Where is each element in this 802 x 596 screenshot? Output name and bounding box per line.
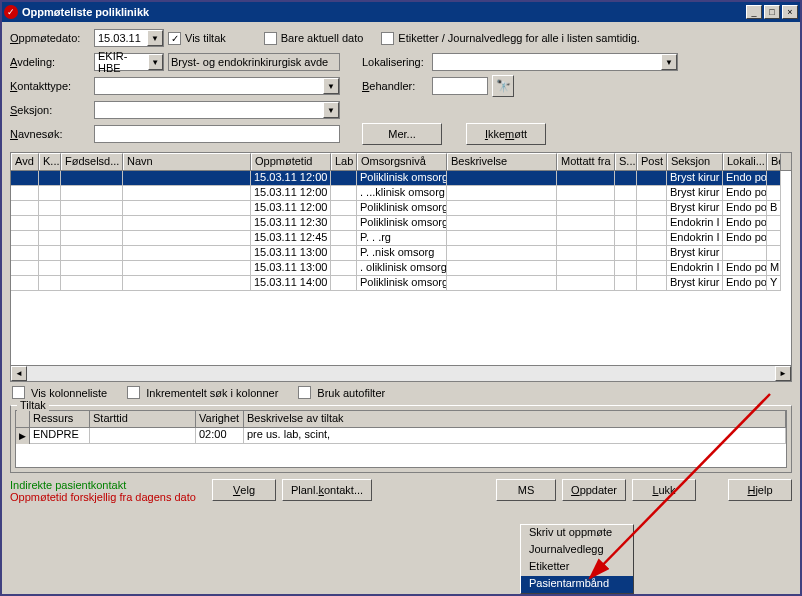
minimize-button[interactable]: _: [746, 5, 762, 19]
col-seksjon[interactable]: Seksjon: [667, 153, 723, 170]
table-row[interactable]: 15.03.11 12:00Poliklinisk omsorgBryst ki…: [11, 201, 791, 216]
mer-button[interactable]: Mer...: [362, 123, 442, 145]
oppmotedato-combo[interactable]: 15.03.11 ▼: [94, 29, 164, 47]
col-s[interactable]: S...: [615, 153, 637, 170]
appointments-grid[interactable]: Avd K... Fødselsd... Navn Oppmøtetid Lab…: [10, 152, 792, 382]
table-row[interactable]: 15.03.11 13:00P. .nisk omsorgBryst kirur: [11, 246, 791, 261]
oppdater-button[interactable]: Oppdater: [562, 479, 626, 501]
navnesok-input[interactable]: [94, 125, 340, 143]
scroll-right-icon[interactable]: ►: [775, 366, 791, 381]
table-row[interactable]: 15.03.11 13:00. oliklinisk omsorgEndokri…: [11, 261, 791, 276]
cell: 15.03.11 12:45: [251, 231, 331, 246]
lokalisering-combo[interactable]: ▼: [432, 53, 678, 71]
cell: [637, 276, 667, 291]
col-oppmotetid[interactable]: Oppmøtetid: [251, 153, 331, 170]
col-omsorgsniva[interactable]: Omsorgsnivå: [357, 153, 447, 170]
velg-button[interactable]: Velg: [212, 479, 276, 501]
chevron-down-icon[interactable]: ▼: [148, 54, 163, 70]
col-lokali[interactable]: Lokali...: [723, 153, 767, 170]
cell: [637, 201, 667, 216]
chevron-down-icon[interactable]: ▼: [147, 30, 163, 46]
cell: Endo pol: [723, 231, 767, 246]
avdeling-combo[interactable]: EKIR-HBE ▼: [94, 53, 164, 71]
col-post[interactable]: Post: [637, 153, 667, 170]
table-row[interactable]: 15.03.11 12:00. ...klinisk omsorgBryst k…: [11, 186, 791, 201]
col-beskrivelse[interactable]: Beskrivelse: [447, 153, 557, 170]
menu-item[interactable]: Journalvedlegg: [521, 542, 633, 559]
vis-kolonneliste-checkbox[interactable]: [12, 386, 25, 399]
tiltak-grid[interactable]: Ressurs Starttid Varighet Beskrivelse av…: [15, 410, 787, 468]
inkrementelt-checkbox[interactable]: [127, 386, 140, 399]
cell: Endo pol: [723, 276, 767, 291]
cell: [39, 216, 61, 231]
behandler-input[interactable]: [432, 77, 488, 95]
ikke-mott-button[interactable]: Ikke møtt: [466, 123, 546, 145]
horizontal-scrollbar[interactable]: ◄ ►: [11, 365, 791, 381]
cell: [331, 261, 357, 276]
col-avd[interactable]: Avd: [11, 153, 39, 170]
chevron-down-icon[interactable]: ▼: [323, 102, 339, 118]
vis-tiltak-checkbox[interactable]: ✓: [168, 32, 181, 45]
cell: Bryst kirur: [667, 201, 723, 216]
cell: . oliklinisk omsorg: [357, 261, 447, 276]
cell: [123, 171, 251, 186]
bare-aktuell-checkbox[interactable]: [264, 32, 277, 45]
tiltak-col-ressurs[interactable]: Ressurs: [30, 411, 90, 427]
tiltak-marker-col: [16, 411, 30, 427]
tiltak-row[interactable]: ▶ ENDPRE 02:00 pre us. lab, scint,: [16, 428, 786, 444]
autofilter-checkbox[interactable]: [298, 386, 311, 399]
cell: [39, 276, 61, 291]
col-lab[interactable]: Lab: [331, 153, 357, 170]
maximize-button[interactable]: □: [764, 5, 780, 19]
tiltak-ressurs: ENDPRE: [30, 428, 90, 444]
forskjellig-text: Oppmøtetid forskjellig fra dagens dato: [10, 491, 196, 503]
kontakttype-combo[interactable]: ▼: [94, 77, 340, 95]
grid-header: Avd K... Fødselsd... Navn Oppmøtetid Lab…: [11, 153, 791, 171]
grid-body[interactable]: 15.03.11 12:00Poliklinisk omsorgBryst ki…: [11, 171, 791, 365]
planl-kontakt-button[interactable]: Planl.kontakt...: [282, 479, 372, 501]
cell: [123, 246, 251, 261]
close-button[interactable]: ×: [782, 5, 798, 19]
table-row[interactable]: 15.03.11 12:45P. . .rgEndokrin IEndo pol: [11, 231, 791, 246]
cell: [615, 231, 637, 246]
hjelp-button[interactable]: Hjelp: [728, 479, 792, 501]
tiltak-col-beskrivelse[interactable]: Beskrivelse av tiltak: [244, 411, 786, 427]
cell: [557, 201, 615, 216]
cell: Bryst kirur: [667, 186, 723, 201]
col-k[interactable]: K...: [39, 153, 61, 170]
cell: [557, 186, 615, 201]
table-row[interactable]: 15.03.11 12:00Poliklinisk omsorgBryst ki…: [11, 171, 791, 186]
cell: [39, 231, 61, 246]
cell: Bryst kirur: [667, 276, 723, 291]
col-be[interactable]: Be: [767, 153, 781, 170]
lukk-button[interactable]: Lukk: [632, 479, 696, 501]
seksjon-combo[interactable]: ▼: [94, 101, 340, 119]
menu-item[interactable]: Skriv ut oppmøte: [521, 525, 633, 542]
tiltak-col-starttid[interactable]: Starttid: [90, 411, 196, 427]
cell: Endokrin I: [667, 261, 723, 276]
menu-item[interactable]: Pasientarmbånd: [521, 576, 633, 593]
cell: 15.03.11 14:00: [251, 276, 331, 291]
menu-item[interactable]: Etiketter: [521, 559, 633, 576]
scroll-track[interactable]: [27, 366, 775, 381]
col-navn[interactable]: Navn: [123, 153, 251, 170]
tiltak-col-varighet[interactable]: Varighet: [196, 411, 244, 427]
cell: M: [767, 261, 781, 276]
col-mottatt[interactable]: Mottatt fra: [557, 153, 615, 170]
avdeling-name: Bryst- og endokrinkirurgisk avde: [168, 53, 340, 71]
cell: [447, 216, 557, 231]
table-row[interactable]: 15.03.11 12:30Poliklinisk omsorgEndokrin…: [11, 216, 791, 231]
col-fodselsd[interactable]: Fødselsd...: [61, 153, 123, 170]
cell: [767, 246, 781, 261]
binoculars-button[interactable]: 🔭: [492, 75, 514, 97]
chevron-down-icon[interactable]: ▼: [661, 54, 677, 70]
table-row[interactable]: 15.03.11 14:00Poliklinisk omsorgBryst ki…: [11, 276, 791, 291]
chevron-down-icon[interactable]: ▼: [323, 78, 339, 94]
etiketter-checkbox[interactable]: [381, 32, 394, 45]
cell: [11, 186, 39, 201]
cell: [61, 231, 123, 246]
cell: [637, 186, 667, 201]
cell: 15.03.11 12:00: [251, 171, 331, 186]
ms-button[interactable]: MS: [496, 479, 556, 501]
scroll-left-icon[interactable]: ◄: [11, 366, 27, 381]
